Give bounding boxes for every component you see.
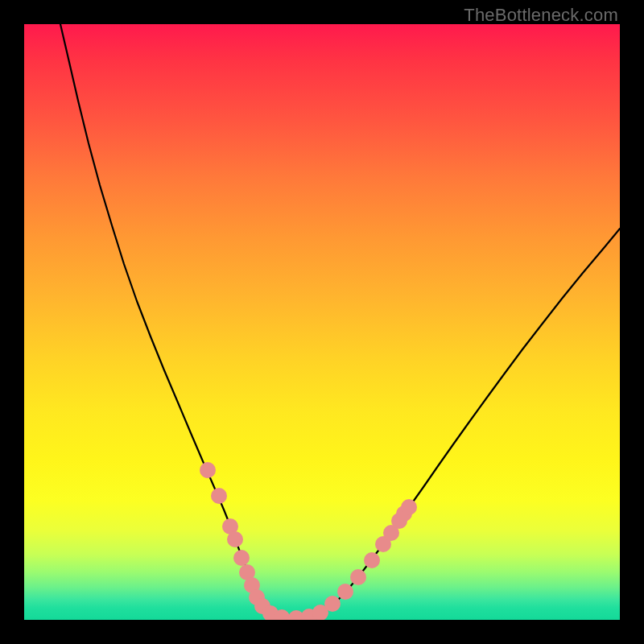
marker-dot bbox=[200, 462, 216, 478]
marker-dot bbox=[227, 531, 243, 547]
marker-dot bbox=[401, 499, 417, 515]
plot-area bbox=[24, 24, 620, 620]
marker-dot bbox=[337, 584, 353, 600]
chart-svg bbox=[24, 24, 620, 620]
watermark-text: TheBottleneck.com bbox=[464, 5, 618, 26]
marker-dot bbox=[350, 569, 366, 585]
curve-path bbox=[60, 24, 620, 618]
chart-frame: TheBottleneck.com bbox=[0, 0, 644, 644]
marker-dot bbox=[324, 596, 341, 612]
marker-dot bbox=[364, 552, 380, 568]
marker-group bbox=[200, 462, 417, 620]
marker-dot bbox=[233, 550, 250, 566]
marker-dot bbox=[211, 488, 227, 504]
